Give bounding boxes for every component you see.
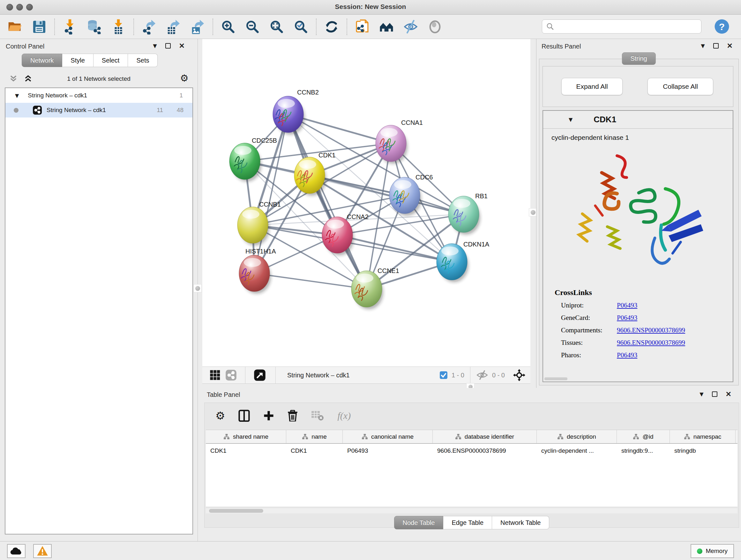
collapse-results-icon[interactable]: ▼ xyxy=(701,43,704,49)
help-button[interactable]: ? xyxy=(714,19,730,34)
table-row[interactable]: CDK1CDK1P064939606.ENSP00000378699cyclin… xyxy=(206,444,738,458)
table-options-gear-icon[interactable]: ⚙ xyxy=(215,411,225,421)
expand-all-button[interactable]: Expand All xyxy=(561,78,623,95)
column-header-database-identifier[interactable]: database identifier xyxy=(433,430,537,443)
column-header-name[interactable]: name xyxy=(286,430,343,443)
tab-select[interactable]: Select xyxy=(93,54,128,67)
crosslink-link[interactable]: 9606.ENSP00000378699 xyxy=(617,326,685,334)
table-hscrollbar-thumb[interactable] xyxy=(209,509,263,513)
column-header-shared-name[interactable]: shared name xyxy=(206,430,286,443)
table-tab-network-table[interactable]: Network Table xyxy=(492,516,549,530)
zoom-fit-icon[interactable] xyxy=(269,19,284,34)
memory-button[interactable]: Memory xyxy=(690,544,734,558)
zoom-out-icon[interactable] xyxy=(245,19,260,34)
show-graphics-details-icon[interactable] xyxy=(428,19,442,34)
network-node-HIST1H1A[interactable]: HIST1H1A xyxy=(239,248,276,294)
memory-status-dot xyxy=(697,549,702,554)
collapse-table-icon[interactable]: ▼ xyxy=(699,391,703,397)
control-panel-tabs: NetworkStyleSelectSets xyxy=(22,54,158,67)
export-network-icon[interactable] xyxy=(142,19,156,34)
network-node-CCNA1[interactable]: CCNA1 xyxy=(376,119,423,164)
network-tree-row[interactable]: ▼ String Network – cdk1 1 xyxy=(5,88,192,103)
add-column-plus-icon[interactable] xyxy=(263,410,274,421)
import-network-file-icon[interactable] xyxy=(63,19,77,34)
network-node-CDC6[interactable]: CDC6 xyxy=(389,174,433,216)
hidden-eye-icon[interactable] xyxy=(476,370,488,381)
table-tab-node-table[interactable]: Node Table xyxy=(394,516,444,530)
import-network-database-icon[interactable] xyxy=(87,19,102,34)
network-options-gear-icon[interactable]: ⚙ xyxy=(180,73,189,83)
network-node-CCNE1[interactable]: CCNE1 xyxy=(351,267,399,309)
network-edge-HIST1H1A-CCNE1[interactable] xyxy=(254,273,367,289)
float-results-icon[interactable] xyxy=(713,43,719,49)
column-type-icon xyxy=(302,434,308,440)
control-panel-title: Control Panel xyxy=(6,43,44,50)
string-results-box: Expand All Collapse All ▼ CDK1 cyclin-de… xyxy=(539,59,739,385)
warnings-button[interactable] xyxy=(33,544,52,558)
float-table-icon[interactable] xyxy=(712,391,718,397)
network-tree: ▼ String Network – cdk1 1 String Network… xyxy=(5,87,193,535)
column-header-canonical-name[interactable]: canonical name xyxy=(343,430,433,443)
crosslink-link[interactable]: P06493 xyxy=(617,351,637,359)
crosslink-link[interactable]: P06493 xyxy=(617,301,637,309)
close-panel-icon[interactable]: ✕ xyxy=(179,43,185,49)
network-node-CDKN1A[interactable]: CDKN1A xyxy=(436,241,489,282)
left-splitter-handle[interactable] xyxy=(193,284,202,293)
table-cell: P06493 xyxy=(343,444,433,458)
float-panel-icon[interactable] xyxy=(165,43,171,49)
close-results-icon[interactable]: ✕ xyxy=(727,43,733,49)
collapse-all-button[interactable]: Collapse All xyxy=(648,78,713,95)
crosslink-row: Uniprot: P06493 xyxy=(561,301,733,309)
network-edge-CCNB2-CCNE1[interactable] xyxy=(288,114,367,289)
column-header-namespac[interactable]: namespac xyxy=(670,430,736,443)
search-box[interactable] xyxy=(542,19,701,34)
column-header-description[interactable]: description xyxy=(537,430,617,443)
share-file-icon[interactable] xyxy=(355,19,369,34)
refresh-icon[interactable] xyxy=(324,19,339,34)
crosslink-link[interactable]: P06493 xyxy=(617,314,637,322)
table-hscrollbar[interactable] xyxy=(206,508,738,513)
crosslink-link[interactable]: 9606.ENSP00000378699 xyxy=(617,339,685,347)
tab-style[interactable]: Style xyxy=(62,54,93,67)
network-node-CDK1[interactable]: CDK1 xyxy=(294,152,335,196)
export-image-icon[interactable] xyxy=(190,19,205,34)
hide-selected-icon[interactable] xyxy=(403,19,418,34)
table-header-row: shared namenamecanonical namedatabase id… xyxy=(206,430,738,444)
column-header--id[interactable]: @id xyxy=(617,430,670,443)
cloud-button[interactable] xyxy=(7,544,25,558)
save-session-icon[interactable] xyxy=(32,19,47,34)
network-node-CCNA2[interactable]: CCNA2 xyxy=(322,213,368,255)
search-input[interactable] xyxy=(554,23,701,30)
table-cell: stringdb xyxy=(670,444,736,458)
table-tab-edge-table[interactable]: Edge Table xyxy=(443,516,492,530)
fit-crosshair-icon[interactable] xyxy=(513,369,525,381)
network-list-header: 1 of 1 Network selected ⚙ xyxy=(0,72,198,86)
network-node-RB1[interactable]: RB1 xyxy=(448,192,488,235)
selected-checkbox-icon[interactable] xyxy=(440,371,448,379)
string-home-icon[interactable] xyxy=(379,19,394,34)
network-tree-row[interactable]: String Network – cdk1 11 48 xyxy=(5,103,192,118)
tab-sets[interactable]: Sets xyxy=(128,54,158,67)
cloud-icon xyxy=(10,547,23,556)
node-label-HIST1H1A: HIST1H1A xyxy=(246,248,276,255)
zoom-selected-icon[interactable] xyxy=(293,19,308,34)
close-table-icon[interactable]: ✕ xyxy=(726,391,731,397)
network-canvas[interactable]: CCNB2 CCNA1 CDC25B CDK1 CDC6 xyxy=(202,39,530,367)
birdseye-grid-icon[interactable] xyxy=(209,368,221,382)
tree-expand-icon[interactable]: ▼ xyxy=(15,92,19,99)
open-session-icon[interactable] xyxy=(8,19,22,34)
show-columns-icon[interactable] xyxy=(239,410,250,422)
string-share-badge-icon[interactable] xyxy=(225,368,238,382)
collapse-panel-icon[interactable]: ▼ xyxy=(153,43,157,49)
network-edge-CCNA2-CDKN1A[interactable] xyxy=(337,235,452,262)
open-in-new-window-icon[interactable] xyxy=(253,368,266,382)
gene-collapse-icon[interactable]: ▼ xyxy=(569,117,572,123)
zoom-in-icon[interactable] xyxy=(221,19,235,34)
tab-network[interactable]: Network xyxy=(22,54,62,67)
export-table-icon[interactable] xyxy=(166,19,181,34)
results-tab-string[interactable]: String xyxy=(622,52,656,65)
results-hscrollbar[interactable] xyxy=(544,377,567,380)
delete-column-trash-icon[interactable] xyxy=(287,410,298,422)
network-edge-CDK1-RB1[interactable] xyxy=(310,175,464,214)
import-table-file-icon[interactable] xyxy=(111,19,126,34)
